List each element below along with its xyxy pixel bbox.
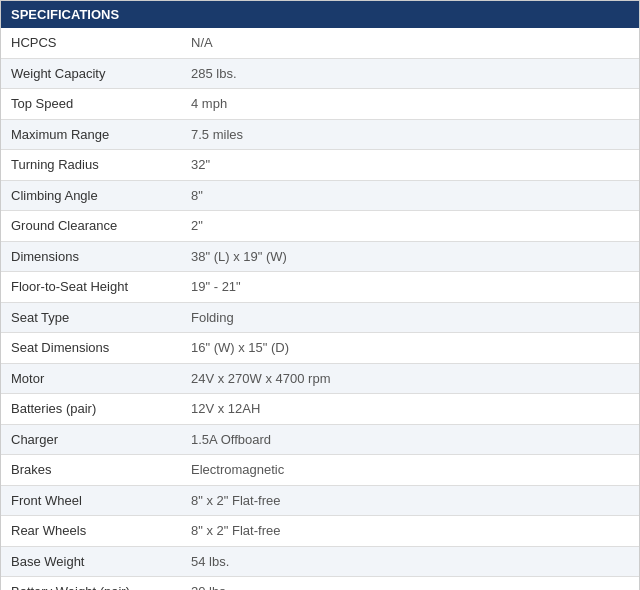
- table-row: Batteries (pair)12V x 12AH: [1, 394, 639, 425]
- spec-value: 24V x 270W x 4700 rpm: [181, 363, 639, 394]
- spec-value: 1.5A Offboard: [181, 424, 639, 455]
- table-row: BrakesElectromagnetic: [1, 455, 639, 486]
- table-row: Battery Weight (pair)20 lbs.: [1, 577, 639, 591]
- spec-value: 54 lbs.: [181, 546, 639, 577]
- spec-value: Electromagnetic: [181, 455, 639, 486]
- spec-value: N/A: [181, 28, 639, 58]
- spec-label: Battery Weight (pair): [1, 577, 181, 591]
- specs-header: SPECIFICATIONS: [1, 1, 639, 28]
- spec-label: Maximum Range: [1, 119, 181, 150]
- spec-label: Base Weight: [1, 546, 181, 577]
- table-row: Dimensions38" (L) x 19" (W): [1, 241, 639, 272]
- spec-label: Weight Capacity: [1, 58, 181, 89]
- spec-label: Floor-to-Seat Height: [1, 272, 181, 303]
- table-row: Rear Wheels8" x 2" Flat-free: [1, 516, 639, 547]
- spec-label: Climbing Angle: [1, 180, 181, 211]
- table-row: Ground Clearance2": [1, 211, 639, 242]
- spec-label: Seat Dimensions: [1, 333, 181, 364]
- table-row: Climbing Angle8": [1, 180, 639, 211]
- specs-title: SPECIFICATIONS: [11, 7, 119, 22]
- spec-value: 4 mph: [181, 89, 639, 120]
- table-row: Maximum Range7.5 miles: [1, 119, 639, 150]
- specifications-container: SPECIFICATIONS HCPCSN/AWeight Capacity28…: [0, 0, 640, 590]
- spec-value: 2": [181, 211, 639, 242]
- spec-value: Folding: [181, 302, 639, 333]
- table-row: HCPCSN/A: [1, 28, 639, 58]
- spec-value: 8": [181, 180, 639, 211]
- spec-label: Motor: [1, 363, 181, 394]
- spec-value: 19" - 21": [181, 272, 639, 303]
- spec-label: Ground Clearance: [1, 211, 181, 242]
- spec-value: 38" (L) x 19" (W): [181, 241, 639, 272]
- spec-value: 8" x 2" Flat-free: [181, 485, 639, 516]
- table-row: Motor24V x 270W x 4700 rpm: [1, 363, 639, 394]
- specs-table: HCPCSN/AWeight Capacity285 lbs.Top Speed…: [1, 28, 639, 590]
- table-row: Weight Capacity285 lbs.: [1, 58, 639, 89]
- spec-label: Charger: [1, 424, 181, 455]
- spec-value: 32": [181, 150, 639, 181]
- table-row: Seat Dimensions16" (W) x 15" (D): [1, 333, 639, 364]
- spec-label: Batteries (pair): [1, 394, 181, 425]
- spec-label: Top Speed: [1, 89, 181, 120]
- table-row: Floor-to-Seat Height19" - 21": [1, 272, 639, 303]
- spec-label: Dimensions: [1, 241, 181, 272]
- spec-value: 12V x 12AH: [181, 394, 639, 425]
- spec-value: 7.5 miles: [181, 119, 639, 150]
- table-row: Top Speed4 mph: [1, 89, 639, 120]
- table-row: Seat TypeFolding: [1, 302, 639, 333]
- spec-label: Front Wheel: [1, 485, 181, 516]
- table-row: Front Wheel8" x 2" Flat-free: [1, 485, 639, 516]
- spec-label: Rear Wheels: [1, 516, 181, 547]
- spec-value: 285 lbs.: [181, 58, 639, 89]
- spec-label: Seat Type: [1, 302, 181, 333]
- table-row: Base Weight54 lbs.: [1, 546, 639, 577]
- spec-label: Turning Radius: [1, 150, 181, 181]
- spec-value: 16" (W) x 15" (D): [181, 333, 639, 364]
- spec-value: 8" x 2" Flat-free: [181, 516, 639, 547]
- spec-label: Brakes: [1, 455, 181, 486]
- table-row: Charger1.5A Offboard: [1, 424, 639, 455]
- table-row: Turning Radius32": [1, 150, 639, 181]
- spec-label: HCPCS: [1, 28, 181, 58]
- spec-value: 20 lbs.: [181, 577, 639, 591]
